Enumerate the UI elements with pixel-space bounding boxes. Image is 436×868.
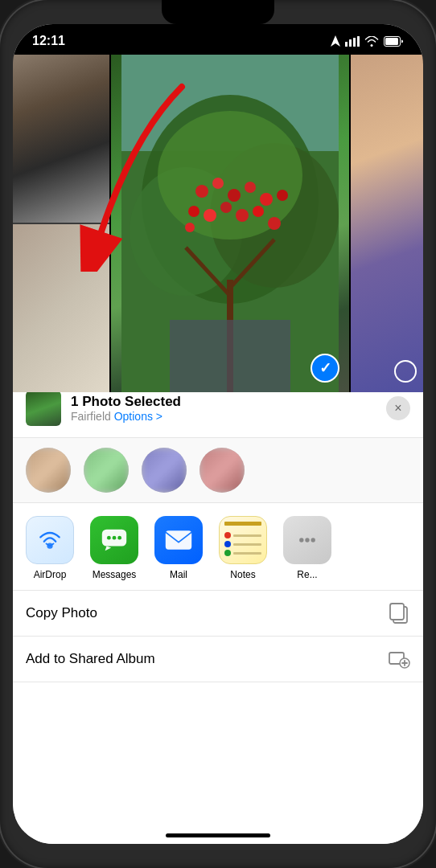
copy-photo-action[interactable]: Copy Photo [13,591,423,637]
svg-rect-0 [345,42,348,47]
svg-point-20 [236,209,249,222]
svg-rect-3 [357,36,360,47]
messages-icon [90,516,138,564]
location-icon [331,35,340,47]
mail-icon [154,516,203,564]
airdrop-icon [26,516,74,564]
app-item-notes[interactable]: Notes [219,516,267,580]
add-shared-album-icon [388,648,410,670]
add-shared-album-label: Add to Shared Album [26,651,388,667]
center-photo-selected[interactable]: ✓ [111,55,349,392]
messages-label: Messages [93,569,137,580]
contact-item-3[interactable] [142,448,187,493]
phone-screen: 12:11 [13,24,423,844]
notes-icon [219,516,267,564]
notes-label: Notes [230,569,255,580]
copy-photo-label: Copy Photo [26,605,388,621]
right-photo[interactable] [351,55,423,392]
contact-item-4[interactable] [199,448,245,493]
svg-point-22 [268,217,281,230]
contact-avatar-1 [26,448,71,493]
svg-point-37 [305,538,309,542]
tile-photo[interactable] [13,224,109,392]
app-item-airdrop[interactable]: AirDrop [26,516,74,580]
copy-photo-icon [388,602,410,624]
share-info: 1 Photo Selected Fairfield Options > [71,394,376,423]
svg-point-32 [107,536,111,540]
svg-point-24 [277,190,288,201]
svg-point-19 [220,202,232,213]
svg-point-38 [311,538,315,542]
svg-point-18 [204,209,216,222]
svg-rect-5 [385,38,398,45]
svg-point-12 [195,185,208,198]
more-label: Re... [297,569,317,580]
status-time: 12:11 [32,34,65,48]
contact-item-1[interactable] [26,448,71,493]
svg-point-15 [245,182,256,193]
selection-circle[interactable] [394,360,417,383]
share-close-button[interactable]: × [386,396,410,420]
share-title: 1 Photo Selected [71,394,376,410]
share-subtitle: Fairfield Options > [71,410,376,423]
svg-rect-2 [353,38,356,47]
wifi-icon [364,36,379,47]
svg-rect-40 [390,604,404,620]
phone-frame: 12:11 [0,0,436,868]
svg-rect-1 [349,39,352,47]
photo-left-column [13,55,109,392]
svg-point-33 [113,536,117,540]
svg-point-11 [158,111,302,240]
svg-point-17 [188,206,199,217]
contact-avatar-3 [142,448,187,493]
svg-point-21 [253,206,264,217]
add-shared-album-action[interactable]: Add to Shared Album [13,637,423,682]
svg-rect-28 [170,320,290,392]
photo-area: ✓ [13,55,423,392]
mail-label: Mail [170,569,187,580]
app-scroll: AirDrop Messa [26,516,410,580]
svg-point-13 [212,178,224,189]
contact-scroll [26,448,410,493]
selection-checkmark[interactable]: ✓ [311,354,339,383]
app-item-messages[interactable]: Messages [90,516,138,580]
app-item-more[interactable]: Re... [283,516,331,580]
notch [162,0,274,24]
app-row: AirDrop Messa [13,503,423,591]
status-bar: 12:11 [13,24,423,55]
share-location: Fairfield [71,410,111,423]
svg-point-16 [260,193,273,206]
signal-icon [345,36,360,47]
app-item-mail[interactable]: Mail [154,516,203,580]
svg-point-14 [228,189,241,202]
contact-row [13,438,423,503]
svg-rect-35 [166,530,191,549]
contact-item-2[interactable] [84,448,129,493]
home-indicator [166,833,270,837]
dog-photo[interactable] [13,55,109,223]
share-options-link[interactable]: Options > [114,410,162,423]
battery-icon [384,36,404,47]
airdrop-label: AirDrop [34,569,67,580]
contact-avatar-4 [199,448,245,493]
svg-point-36 [299,538,303,542]
svg-point-23 [185,223,195,232]
more-icon [283,516,331,564]
status-icons [331,35,404,47]
share-thumbnail [26,391,61,426]
svg-point-34 [117,536,121,540]
contact-avatar-2 [84,448,129,493]
share-sheet: 1 Photo Selected Fairfield Options > × [13,379,423,844]
